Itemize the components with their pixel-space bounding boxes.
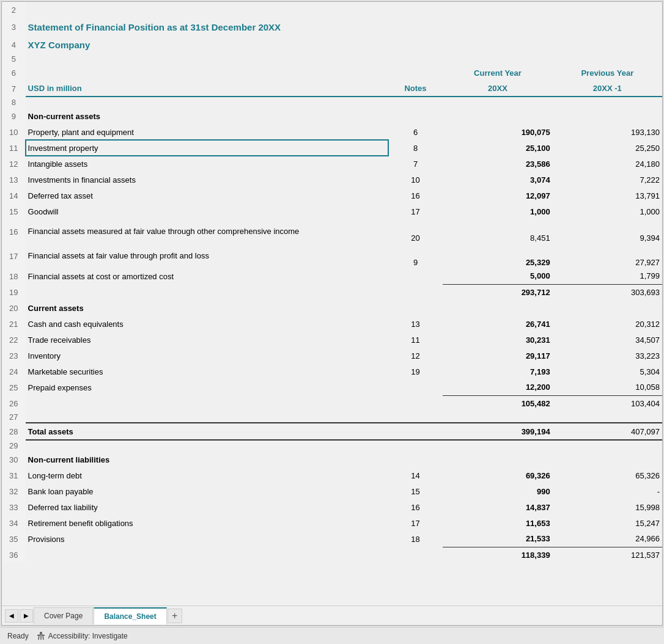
row-11[interactable]: 11 Investment property 8 25,100 25,250	[2, 140, 662, 156]
cell-2-desc	[26, 2, 388, 18]
previous-15: 1,000	[553, 203, 662, 219]
current-16: 8,451	[443, 219, 552, 244]
row-num-31: 31	[2, 467, 26, 483]
notes-31: 14	[388, 467, 443, 483]
current-10: 190,075	[443, 124, 552, 140]
previous-10: 193,130	[553, 124, 662, 140]
row-20: 20 Current assets	[2, 300, 662, 316]
row-10: 10 Property, plant and equipment 6 190,0…	[2, 124, 662, 140]
notes-32: 15	[388, 483, 443, 499]
row-30: 30 Non-current liabilities	[2, 452, 662, 467]
section-noncurrent: Non-current assets	[26, 108, 388, 124]
notes-36	[388, 547, 443, 563]
current-15: 1,000	[443, 203, 552, 219]
row-num-23: 23	[2, 348, 26, 364]
current-25: 12,200	[443, 379, 552, 395]
row-24: 24 Marketable securities 19 7,193 5,304	[2, 364, 662, 379]
desc-31: Long-term debt	[26, 467, 388, 483]
previous-35: 24,966	[553, 531, 662, 547]
cell-2-current	[443, 2, 552, 18]
row-17: 17 Financial assets at fair value throug…	[2, 244, 662, 268]
previous-year-header: Previous Year	[553, 65, 662, 81]
row-num-10: 10	[2, 124, 26, 140]
previous-12: 24,180	[553, 156, 662, 172]
notes-15: 17	[388, 203, 443, 219]
total-notes-28	[388, 423, 443, 440]
notes-11: 8	[388, 140, 443, 156]
previous-28: 407,097	[553, 423, 662, 440]
current-12: 23,586	[443, 156, 552, 172]
row-32: 32 Bank loan payable 15 990 -	[2, 483, 662, 499]
row-15: 15 Goodwill 17 1,000 1,000	[2, 203, 662, 219]
notes-21: 13	[388, 316, 443, 332]
row-19: 19 293,712 303,693	[2, 284, 662, 300]
current-23: 29,117	[443, 348, 552, 364]
row-3: 3 Statement of Financial Position as at …	[2, 18, 662, 36]
notes-35: 18	[388, 531, 443, 547]
row-16: 16 Financial assets measured at fair val…	[2, 219, 662, 244]
previous-32: -	[553, 483, 662, 499]
previous-17: 27,927	[553, 244, 662, 268]
row-num-27: 27	[2, 411, 26, 423]
row-28: 28 Total assets 399,194 407,097	[2, 423, 662, 440]
row-num-2: 2	[2, 2, 26, 18]
row-num-20: 20	[2, 300, 26, 316]
row-num-17: 17	[2, 244, 26, 268]
current-31: 69,326	[443, 467, 552, 483]
row-num-24: 24	[2, 364, 26, 379]
row-num-35: 35	[2, 531, 26, 547]
notes-12: 7	[388, 156, 443, 172]
current-21: 26,741	[443, 316, 552, 332]
row-num-8: 8	[2, 97, 26, 108]
row-4: 4 XYZ Company	[2, 36, 662, 53]
row-num-36: 36	[2, 547, 26, 563]
desc-10: Property, plant and equipment	[26, 124, 388, 140]
current-11: 25,100	[443, 140, 552, 156]
notes-16: 20	[388, 219, 443, 244]
row-num-5: 5	[2, 53, 26, 65]
desc-35: Provisions	[26, 531, 388, 547]
current-22: 30,231	[443, 332, 552, 348]
desc-32: Bank loan payable	[26, 483, 388, 499]
desc-24: Marketable securities	[26, 364, 388, 379]
currency-label: USD in million	[26, 81, 388, 97]
spreadsheet-table: 2 3 Statement of Financial Position as a…	[2, 2, 662, 563]
add-sheet-button[interactable]: +	[168, 609, 182, 623]
desc-16: Financial assets measured at fair value …	[26, 219, 388, 244]
desc-34: Retirement benefit obligations	[26, 515, 388, 531]
notes-18	[388, 268, 443, 284]
notes-34: 17	[388, 515, 443, 531]
tab-balance-sheet[interactable]: Balance_Sheet	[94, 607, 166, 624]
notes-25	[388, 379, 443, 395]
current-18: 5,000	[443, 268, 552, 284]
tab-nav-next[interactable]: ▶	[20, 609, 33, 623]
sheet-tabs-container: ◀ ▶ Cover Page Balance_Sheet +	[2, 607, 662, 624]
previous-25: 10,058	[553, 379, 662, 395]
row-num-22: 22	[2, 332, 26, 348]
row-8: 8	[2, 97, 662, 108]
row-21: 21 Cash and cash equivalents 13 26,741 2…	[2, 316, 662, 332]
row-num-14: 14	[2, 188, 26, 203]
row-25: 25 Prepaid expenses 12,200 10,058	[2, 379, 662, 395]
tab-cover-page[interactable]: Cover Page	[34, 607, 93, 624]
previous-21: 20,312	[553, 316, 662, 332]
ready-status: Ready	[7, 632, 29, 640]
previous-34: 15,247	[553, 515, 662, 531]
notes-33: 16	[388, 499, 443, 515]
desc-36	[26, 547, 388, 563]
row-12: 12 Intangible assets 7 23,586 24,180	[2, 156, 662, 172]
tab-nav-prev[interactable]: ◀	[5, 609, 18, 623]
row-num-3: 3	[2, 18, 26, 36]
desc-11[interactable]: Investment property	[26, 140, 388, 156]
current-36: 118,339	[443, 547, 552, 563]
current-19: 293,712	[443, 284, 552, 300]
notes-13: 10	[388, 172, 443, 188]
row-29: 29	[2, 440, 662, 452]
notes-24: 19	[388, 364, 443, 379]
row-num-16: 16	[2, 219, 26, 244]
current-32: 990	[443, 483, 552, 499]
row-num-18: 18	[2, 268, 26, 284]
accessibility-status[interactable]: Accessibility: Investigate	[36, 631, 128, 641]
title-row-4: XYZ Company	[26, 36, 662, 53]
current-13: 3,074	[443, 172, 552, 188]
